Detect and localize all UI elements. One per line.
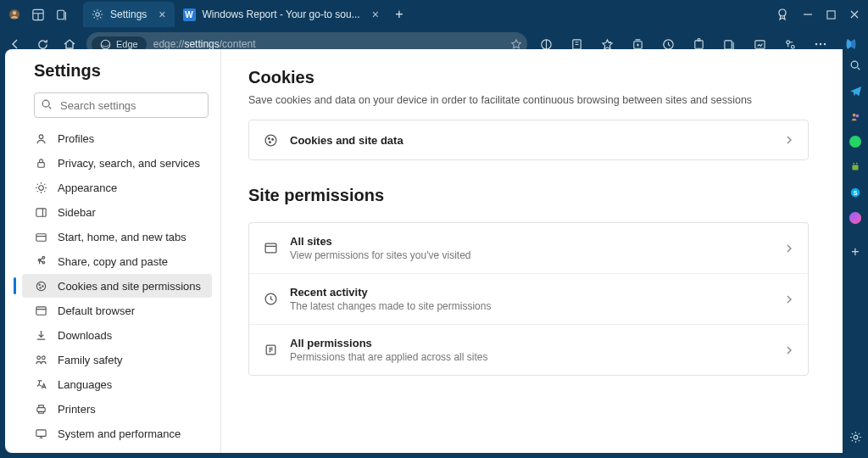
chevron-right-icon	[784, 345, 794, 355]
sidebar-item-label: Downloads	[58, 329, 112, 342]
svg-point-51	[268, 137, 270, 139]
permissions-icon	[263, 343, 278, 358]
sidebar-item-languages[interactable]: Languages	[22, 372, 212, 396]
sidebar-item-reset-settings[interactable]: Reset settings	[22, 446, 212, 453]
sidebar-item-start-home-and-new-tabs[interactable]: Start, home, and new tabs	[22, 225, 212, 249]
close-icon[interactable]: ×	[153, 8, 165, 21]
search-settings-input[interactable]	[34, 92, 209, 118]
all-sites-row[interactable]: All sites View permissions for sites you…	[249, 223, 808, 273]
tab-actions-icon[interactable]	[56, 8, 68, 20]
sidebar-item-cookies-and-site-permissions[interactable]: Cookies and site permissions	[22, 274, 212, 298]
new-tab-button[interactable]: +	[387, 7, 411, 22]
sidebar-item-system-and-performance[interactable]: System and performance	[22, 422, 212, 445]
people-icon[interactable]	[848, 109, 863, 124]
workspaces-icon[interactable]	[32, 8, 44, 20]
printer-icon	[34, 402, 47, 416]
url-text: edge://settings/content	[153, 38, 256, 50]
tab-windows-report[interactable]: W Windows Report - Your go-to sou... ×	[175, 2, 387, 27]
minimize-button[interactable]	[803, 9, 813, 20]
rewards-icon[interactable]	[776, 8, 789, 21]
sidebar-item-label: Appearance	[58, 182, 117, 194]
svg-point-4	[96, 13, 99, 16]
svg-point-17	[815, 43, 817, 45]
svg-rect-42	[36, 306, 45, 314]
svg-rect-14	[754, 40, 764, 47]
telegram-icon[interactable]	[848, 83, 863, 98]
svg-point-19	[824, 43, 826, 45]
all-permissions-row[interactable]: All permissions Permissions that are app…	[249, 324, 808, 375]
profile-avatar-icon[interactable]	[8, 8, 20, 20]
sidebar-item-label: Family safety	[58, 354, 123, 366]
svg-point-28	[854, 435, 858, 439]
favorite-star-icon[interactable]	[510, 38, 522, 50]
row-title: Recent activity	[290, 286, 772, 299]
close-icon[interactable]: ×	[367, 8, 379, 21]
sidebar-item-sidebar[interactable]: Sidebar	[22, 200, 212, 224]
recent-activity-row[interactable]: Recent activity The latest changes made …	[249, 273, 808, 324]
sidebar-item-label: System and performance	[58, 427, 181, 440]
svg-point-15	[786, 40, 789, 43]
row-title: Cookies and site data	[290, 134, 772, 147]
reset-icon	[34, 451, 47, 453]
download-icon	[34, 328, 47, 342]
tab-settings[interactable]: Settings ×	[83, 2, 175, 27]
svg-point-1	[13, 11, 16, 14]
settings-sidebar: Settings ProfilesPrivacy, search, and se…	[5, 49, 221, 453]
row-subtitle: View permissions for sites you've visite…	[290, 249, 772, 261]
sidebar-item-label: Share, copy and paste	[58, 255, 168, 268]
svg-point-52	[271, 138, 273, 140]
sidebar-item-profiles[interactable]: Profiles	[22, 126, 212, 150]
tab-label: Settings	[110, 8, 147, 20]
sidebar-item-printers[interactable]: Printers	[22, 397, 212, 421]
sidebar-item-default-browser[interactable]: Default browser	[22, 299, 212, 322]
sidepanel-settings-icon[interactable]	[848, 429, 863, 444]
sidebar-item-label: Languages	[58, 378, 112, 391]
svg-point-24	[853, 163, 854, 165]
clock-icon	[263, 292, 278, 307]
section-title-cookies: Cookies	[248, 68, 809, 87]
svg-rect-23	[853, 165, 859, 170]
maximize-button[interactable]	[826, 10, 836, 20]
svg-point-43	[36, 355, 40, 359]
svg-rect-34	[36, 233, 45, 240]
svg-point-38	[36, 282, 45, 290]
whatsapp-icon[interactable]	[848, 134, 863, 149]
settings-nav: ProfilesPrivacy, search, and servicesApp…	[22, 126, 212, 453]
svg-rect-33	[36, 208, 45, 215]
sites-icon	[263, 241, 278, 256]
svg-rect-5	[827, 10, 835, 18]
lock-icon	[34, 156, 47, 170]
svg-point-22	[855, 114, 859, 117]
chevron-right-icon	[784, 135, 794, 145]
row-title: All sites	[290, 235, 772, 248]
svg-rect-54	[265, 243, 276, 253]
sidebar-item-label: Cookies and site permissions	[58, 280, 201, 293]
svg-point-39	[38, 283, 39, 284]
sidebar-item-privacy-search-and-services[interactable]: Privacy, search, and services	[22, 151, 212, 175]
messenger-icon[interactable]	[848, 210, 863, 226]
cookies-and-site-data-row[interactable]: Cookies and site data	[249, 120, 808, 159]
profile-icon	[34, 131, 47, 145]
sidebar-item-family-safety[interactable]: Family safety	[22, 348, 212, 371]
svg-rect-13	[724, 40, 731, 48]
svg-point-44	[42, 355, 45, 359]
add-sidepanel-button[interactable]: +	[848, 244, 863, 260]
svg-point-41	[39, 287, 40, 288]
cookie-icon	[34, 279, 47, 293]
sidebar-item-label: Sidebar	[58, 206, 96, 219]
skype-icon[interactable]: S	[848, 185, 863, 200]
svg-point-25	[856, 163, 858, 165]
svg-point-12	[698, 38, 700, 41]
svg-point-50	[265, 135, 276, 146]
android-icon[interactable]	[848, 159, 863, 175]
sidebar-item-appearance[interactable]: Appearance	[22, 176, 212, 199]
tab-icon	[34, 230, 47, 243]
share-icon	[34, 254, 47, 268]
page-title: Settings	[22, 61, 212, 81]
section-desc-cookies: Save cookies and data on your device in …	[248, 94, 809, 106]
search-icon[interactable]	[848, 58, 863, 73]
close-window-button[interactable]	[849, 9, 860, 20]
sidebar-item-downloads[interactable]: Downloads	[22, 323, 212, 347]
sidebar-item-share-copy-and-paste[interactable]: Share, copy and paste	[22, 249, 212, 273]
appearance-icon	[34, 181, 47, 194]
